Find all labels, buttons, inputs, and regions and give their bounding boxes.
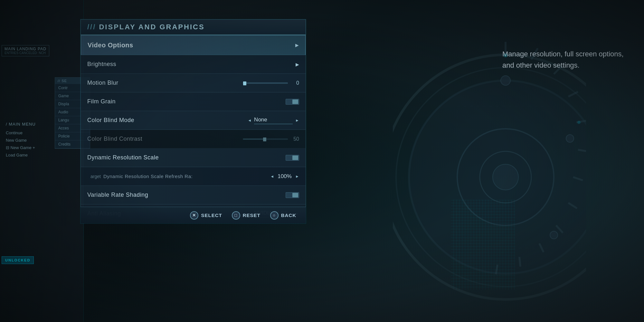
settings-panel: /// DISPLAY AND GRAPHICS Video Options ▶… [80,19,306,223]
arrow-icon-brightness: ▶ [296,62,299,67]
row-dynamic-resolution[interactable]: Dynamic Resolution Scale [81,148,306,167]
selector-underline-cbm [254,124,293,124]
reset-icon: □ [232,211,240,220]
motion-blur-value: 0 [291,80,299,86]
sub-row-label-container: arget Dynamic Resolution Scale Refresh R… [90,174,193,179]
row-color-blind-contrast: Color Blind Contrast 50 [81,130,306,148]
menu-item-load-game[interactable]: Load Game [3,152,38,158]
color-blind-contrast-slider-track [243,138,288,140]
description-panel: Manage resolution, full screen options, … [502,48,625,71]
description-text: Manage resolution, full screen options, … [502,48,625,71]
row-brightness[interactable]: Brightness ▶ [81,55,306,74]
film-grain-toggle[interactable] [286,99,299,105]
panel-title: /// DISPLAY AND GRAPHICS [87,23,205,31]
back-icon: ○ [270,211,279,220]
color-blind-contrast-slider-thumb [263,137,266,141]
back-label: BACK [281,213,296,218]
select-button[interactable]: ✕ SELECT [190,211,222,220]
variable-rate-shading-toggle-thumb [292,193,298,197]
svg-point-17 [493,164,518,190]
row-film-grain[interactable]: Film Grain [81,92,306,111]
location-sub: ENTRIES CANCELED: NCH [5,51,46,55]
dynamic-resolution-refresh-value: 100% [277,173,293,180]
header-title-text: DISPLAY AND GRAPHICS [99,23,204,31]
color-blind-contrast-slider-fill [243,139,265,139]
select-icon: ✕ [190,211,198,220]
location-label: MAIN LANDING PAD ENTRIES CANCELED: NCH [2,45,49,56]
control-brightness: ▶ [296,62,299,67]
svg-line-14 [519,257,520,267]
variable-rate-shading-toggle[interactable] [286,192,299,198]
svg-point-19 [566,135,574,142]
svg-point-18 [501,76,510,85]
color-blind-contrast-value: 50 [291,136,299,142]
teal-pixel-grid [451,200,515,290]
bottom-controls-bar: ✕ SELECT □ RESET ○ BACK [80,207,306,223]
label-video-options: Video Options [88,42,133,49]
dynamic-resolution-toggle[interactable] [286,155,299,161]
dynamic-resolution-refresh-selector: ◄ 100% ► [270,173,299,180]
control-dynamic-resolution-refresh: ◄ 100% ► [270,173,299,180]
label-color-blind-mode: Color Blind Mode [87,117,134,124]
sub-row-prefix: arget [90,174,101,179]
selector-right-arrow-cbm[interactable]: ► [295,118,299,123]
dynamic-resolution-toggle-thumb [292,156,298,160]
control-color-blind-contrast: 50 [243,136,299,142]
color-blind-mode-value: None [254,117,267,123]
selector-left-arrow-drr[interactable]: ◄ [270,174,274,179]
menu-item-new-game[interactable]: New Game [3,137,38,144]
main-menu: / MAIN MENU Continue New Game ⊟ New Game… [3,121,38,159]
row-color-blind-mode[interactable]: Color Blind Mode ◄ None ► [81,111,306,130]
arrow-icon-video: ▶ [295,43,299,48]
header-slash: /// [87,23,96,31]
svg-point-22 [577,121,581,124]
motion-blur-slider-thumb [243,81,246,85]
color-blind-mode-selector: ◄ None ► [248,117,299,124]
row-motion-blur[interactable]: Motion Blur 0 [81,74,306,92]
row-variable-rate-shading[interactable]: Variable Rate Shading [81,186,306,204]
reset-label: RESET [243,213,260,218]
control-film-grain [286,99,299,105]
label-variable-rate-shading: Variable Rate Shading [87,192,148,198]
settings-list: Video Options ▶ Brightness ▶ Motion Blur… [80,35,306,223]
selector-left-arrow-cbm[interactable]: ◄ [248,118,251,123]
selector-right-arrow-drr[interactable]: ► [295,174,299,179]
main-menu-label: / MAIN MENU [3,121,38,128]
label-dynamic-resolution-refresh: Dynamic Resolution Scale Refresh Ra: [103,174,193,179]
select-label: SELECT [201,213,222,218]
menu-item-continue[interactable]: Continue [3,129,38,136]
control-video-options: ▶ [295,43,299,48]
back-button[interactable]: ○ BACK [270,211,296,220]
control-dynamic-resolution [286,155,299,161]
row-dynamic-resolution-refresh[interactable]: arget Dynamic Resolution Scale Refresh R… [81,167,306,186]
film-grain-toggle-thumb [292,99,298,104]
unlocked-badge: UNLOCKED [2,256,34,264]
location-name: MAIN LANDING PAD [5,47,46,51]
menu-item-new-game-plus[interactable]: ⊟ New Game + [3,144,38,151]
label-color-blind-contrast: Color Blind Contrast [87,136,142,142]
label-film-grain: Film Grain [87,98,116,105]
row-video-options[interactable]: Video Options ▶ [81,35,306,55]
control-motion-blur: 0 [243,80,299,86]
label-motion-blur: Motion Blur [87,80,118,86]
control-variable-rate-shading [286,192,299,198]
label-dynamic-resolution: Dynamic Resolution Scale [87,154,159,161]
control-color-blind-mode: ◄ None ► [248,117,299,124]
motion-blur-slider-track[interactable] [243,82,288,84]
label-brightness: Brightness [87,61,116,68]
reset-button[interactable]: □ RESET [232,211,260,220]
panel-header: /// DISPLAY AND GRAPHICS [80,19,306,35]
